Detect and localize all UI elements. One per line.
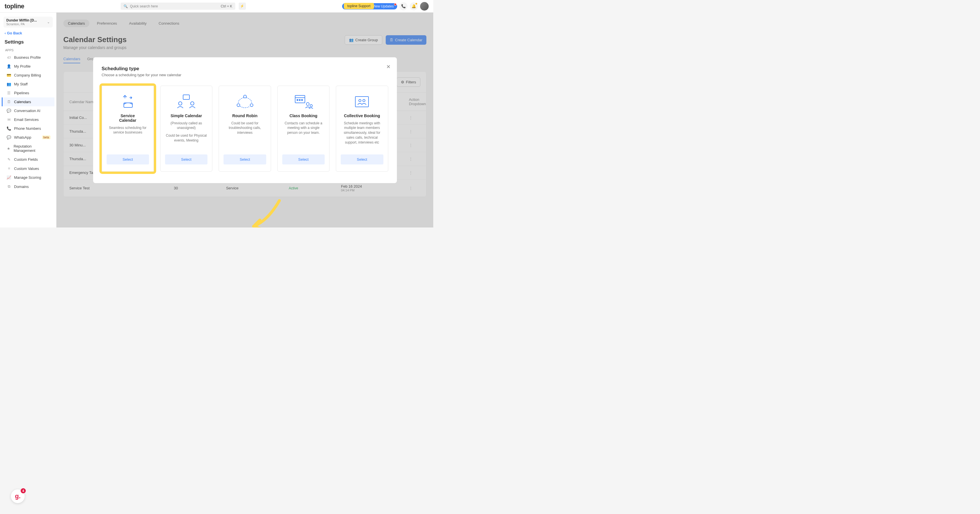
go-back-label: Go Back <box>7 31 22 35</box>
scheduling-option-class-booking: Class Booking Contacts can schedule a me… <box>277 86 329 172</box>
option-description: Seamless scheduling for service business… <box>107 126 149 135</box>
nav-label: Phone Numbers <box>14 126 41 130</box>
option-icon <box>235 93 255 111</box>
option-title: Simple Calendar <box>170 113 202 118</box>
svg-point-3 <box>191 102 194 105</box>
nav-icon: 👥 <box>6 82 11 86</box>
modal-overlay: ✕ Scheduling type Choose a scheduling ty… <box>56 13 433 228</box>
sidebar-item-custom-values[interactable]: ⌗Custom Values <box>2 164 54 173</box>
nav-label: Custom Fields <box>14 157 38 162</box>
nav-icon: ⌗ <box>6 166 11 171</box>
nav-label: Business Profile <box>14 55 41 60</box>
notifications-button[interactable]: 🔔 <box>410 2 418 10</box>
nav-icon: ☰ <box>6 91 11 95</box>
svg-rect-7 <box>295 95 305 103</box>
option-description: Contacts can schedule a meeting with a s… <box>282 121 325 135</box>
avatar[interactable] <box>420 2 429 11</box>
nav-label: Reputation Management <box>13 144 51 153</box>
sidebar-item-phone-numbers[interactable]: 📞Phone Numbers <box>2 124 54 133</box>
sidebar-item-my-profile[interactable]: 👤My Profile <box>2 62 54 71</box>
sidebar-item-domains[interactable]: ⧉Domains <box>2 182 54 191</box>
nav-icon: 📞 <box>6 126 11 130</box>
modal-subtitle: Choose a scheduling type for your new ca… <box>102 73 388 77</box>
sidebar-item-conversation-ai[interactable]: 💬Conversation AI <box>2 106 54 115</box>
sidebar-item-manage-scoring[interactable]: 📈Manage Scoring <box>2 173 54 182</box>
phone-button[interactable]: 📞 <box>399 2 407 10</box>
modal-close-button[interactable]: ✕ <box>386 64 391 70</box>
modal-title: Scheduling type <box>102 66 388 72</box>
sidebar-item-company-billing[interactable]: 💳Company Billing <box>2 71 54 80</box>
scheduling-option-service-calendar: ServiceCalendar Seamless scheduling for … <box>102 86 154 172</box>
scheduling-type-modal: ✕ Scheduling type Choose a scheduling ty… <box>93 57 397 183</box>
org-location: Scranton, PA <box>6 22 47 26</box>
sidebar-item-whatsapp[interactable]: 💬WhatsAppbeta <box>2 133 54 142</box>
beta-badge: beta <box>42 135 51 139</box>
sidebar-item-reputation-management[interactable]: ★Reputation Management <box>2 142 54 155</box>
sidebar-item-business-profile[interactable]: 🏷Business Profile <box>2 53 54 62</box>
org-name: Dunder Mifflin [D... <box>6 18 47 22</box>
option-select-button[interactable]: Select <box>107 154 149 164</box>
sidebar-item-my-staff[interactable]: 👥My Staff <box>2 80 54 89</box>
svg-point-15 <box>359 99 361 102</box>
sidebar-item-calendars[interactable]: 🗓Calendars <box>2 97 54 106</box>
option-select-button[interactable]: Select <box>165 154 207 164</box>
option-icon <box>176 93 196 111</box>
option-select-button[interactable]: Select <box>224 154 266 164</box>
sidebar: Dunder Mifflin [D... Scranton, PA ⌄ ‹ Go… <box>0 13 56 228</box>
view-updates-label: View Updates <box>372 4 394 8</box>
sidebar-item-pipelines[interactable]: ☰Pipelines <box>2 89 54 97</box>
svg-point-13 <box>310 105 312 107</box>
option-title: Round Robin <box>232 113 258 118</box>
settings-heading: Settings <box>5 39 52 45</box>
nav-label: Custom Values <box>14 167 39 171</box>
chevron-down-icon: ⌄ <box>47 20 50 24</box>
nav-label: Manage Scoring <box>14 175 41 180</box>
nav-label: My Profile <box>14 64 31 68</box>
nav-label: Company Billing <box>14 73 41 77</box>
nav-icon: 🗓 <box>6 100 11 104</box>
support-button[interactable]: topline Support <box>344 3 374 9</box>
svg-point-2 <box>178 102 182 105</box>
nav-icon: 💬 <box>6 135 11 140</box>
nav-icon: 👤 <box>6 64 11 68</box>
quick-action-button[interactable]: ⚡ <box>239 3 246 10</box>
nav-label: WhatsApp <box>14 135 31 140</box>
svg-point-9 <box>297 99 298 100</box>
option-icon <box>352 93 372 111</box>
nav-icon: ⧉ <box>6 184 11 189</box>
svg-point-4 <box>243 95 247 98</box>
svg-point-5 <box>237 104 240 107</box>
option-description: Could be used for troubleshooting calls,… <box>224 121 266 135</box>
section-label-apps: Apps <box>5 48 51 52</box>
nav-label: Pipelines <box>14 91 29 95</box>
option-description: Could be used for Physical events, Meeti… <box>165 133 207 143</box>
nav-label: Email Services <box>14 118 39 122</box>
main-content: CalendarsPreferencesAvailabilityConnecti… <box>56 13 433 228</box>
nav-label: Conversation AI <box>14 108 40 113</box>
sidebar-item-email-services[interactable]: ✉Email Services <box>2 115 54 124</box>
option-icon <box>293 93 313 111</box>
svg-point-11 <box>301 99 302 100</box>
nav-icon: ✉ <box>6 118 11 122</box>
scheduling-option-simple-calendar: Simple Calendar (Previously called as un… <box>160 86 212 172</box>
search-icon: 🔍 <box>124 4 128 8</box>
option-description: Schedule meetings with multiple team mem… <box>341 121 383 145</box>
nav-icon: ✎ <box>6 157 11 162</box>
nav-icon: ★ <box>6 146 11 151</box>
go-back-link[interactable]: ‹ Go Back <box>5 31 52 35</box>
nav-icon: 📈 <box>6 175 11 180</box>
nav-label: Calendars <box>14 100 31 104</box>
svg-point-10 <box>299 99 300 100</box>
search-placeholder: Quick search here <box>130 4 158 8</box>
option-title: Collective Booking <box>344 113 380 118</box>
option-subtitle: (Previously called as unassigned) <box>165 121 207 130</box>
option-select-button[interactable]: Select <box>341 154 383 164</box>
svg-rect-1 <box>183 95 189 99</box>
svg-rect-14 <box>355 97 369 107</box>
nav-icon: 💳 <box>6 73 11 77</box>
scheduling-option-collective-booking: Collective Booking Schedule meetings wit… <box>336 86 388 172</box>
search-input[interactable]: 🔍 Quick search here Ctrl + K <box>121 3 235 10</box>
sidebar-item-custom-fields[interactable]: ✎Custom Fields <box>2 155 54 164</box>
org-selector[interactable]: Dunder Mifflin [D... Scranton, PA ⌄ <box>3 17 53 27</box>
option-select-button[interactable]: Select <box>282 154 325 164</box>
